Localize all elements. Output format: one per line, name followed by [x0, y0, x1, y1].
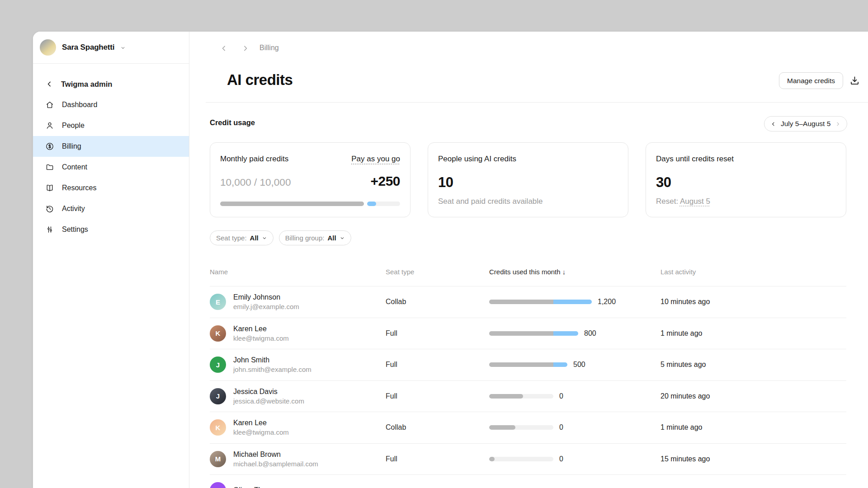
- usage-bar: 0: [489, 392, 563, 400]
- user-email: jessica.d@website.com: [233, 397, 304, 405]
- credits-value: 500: [573, 361, 585, 369]
- sidebar-item-label: People: [62, 122, 85, 130]
- filter-label: Billing group:: [285, 234, 325, 242]
- avatar: K: [210, 325, 226, 342]
- table-header: NameSeat typeCredits used this month ↓La…: [210, 265, 846, 286]
- breadcrumb-forward-button[interactable]: [241, 44, 250, 52]
- last-activity: 10 minutes ago: [660, 298, 710, 306]
- seat-type: Collab: [386, 423, 406, 432]
- chevron-down-icon: [340, 235, 345, 241]
- user-fullname: Michael Brown: [233, 450, 318, 459]
- user-fullname: Oliver Thompson: [233, 486, 288, 488]
- date-range-picker[interactable]: July 5–August 5: [764, 116, 847, 131]
- column-header-seat-type[interactable]: Seat type: [386, 268, 414, 276]
- home-icon: [45, 100, 54, 109]
- sliders-icon: [45, 225, 54, 234]
- user-email: michael.b@samplemail.com: [233, 460, 318, 468]
- sidebar-item-content[interactable]: Content: [33, 157, 189, 178]
- reset-label: Reset:: [656, 197, 680, 206]
- card-subtitle: Seat and paid credits available: [438, 197, 618, 206]
- credits-table: NameSeat typeCredits used this month ↓La…: [210, 265, 846, 488]
- seat-type: Full: [386, 329, 397, 338]
- user-email: klee@twigma.com: [233, 428, 289, 436]
- payg-credits-value: +250: [370, 174, 400, 189]
- sidebar-item-billing[interactable]: Billing: [33, 136, 189, 157]
- date-range-label: July 5–August 5: [781, 120, 830, 128]
- sidebar: Sara Spaghetti Twigma admin DashboardPeo…: [33, 32, 189, 488]
- table-row[interactable]: OOliver Thompson: [210, 474, 846, 488]
- table-row[interactable]: KKaren Leeklee@twigma.comCollab01 minute…: [210, 412, 846, 443]
- card-days-until-reset: Days until credits reset 30 Reset: Augus…: [646, 142, 846, 217]
- credits-value: 0: [559, 423, 563, 432]
- pay-as-you-go-link[interactable]: Pay as you go: [351, 155, 400, 164]
- app-window: Sara Spaghetti Twigma admin DashboardPeo…: [33, 32, 868, 488]
- user-avatar: [40, 39, 56, 56]
- user-fullname: Karen Lee: [233, 419, 289, 427]
- user-name: Sara Spaghetti: [62, 43, 114, 52]
- table-row[interactable]: EEmily Johnsonemily.j@example.comCollab1…: [210, 286, 846, 318]
- date-next-icon[interactable]: [835, 121, 841, 127]
- person-icon: [45, 121, 54, 130]
- chevron-down-icon: [262, 235, 267, 241]
- account-menu[interactable]: Sara Spaghetti: [33, 32, 189, 64]
- avatar: K: [210, 419, 226, 436]
- last-activity: 5 minutes ago: [660, 361, 706, 369]
- sidebar-back[interactable]: Twigma admin: [33, 74, 189, 94]
- main-content: Billing AI credits Manage credits Credit…: [190, 32, 868, 488]
- avatar: J: [210, 388, 226, 404]
- card-title: Days until credits reset: [656, 155, 734, 164]
- chevron-left-icon: [45, 80, 53, 88]
- table-row[interactable]: MMichael Brownmichael.b@samplemail.comFu…: [210, 443, 846, 475]
- avatar: M: [210, 451, 226, 467]
- credits-value: 800: [584, 329, 596, 338]
- table-row[interactable]: JJessica Davisjessica.d@website.comFull0…: [210, 380, 846, 412]
- sidebar-item-people[interactable]: People: [33, 115, 189, 136]
- seat-type: Full: [386, 455, 397, 463]
- days-count: 30: [656, 174, 836, 191]
- manage-credits-button[interactable]: Manage credits: [779, 72, 843, 89]
- table-row[interactable]: JJohn Smithjohn.smith@example.comFull500…: [210, 349, 846, 380]
- user-email: klee@twigma.com: [233, 334, 289, 342]
- avatar: O: [210, 482, 226, 488]
- breadcrumb-back-button[interactable]: [220, 44, 228, 52]
- column-header-last-activity[interactable]: Last activity: [660, 268, 696, 276]
- folder-icon: [45, 163, 54, 172]
- filter-billing-group[interactable]: Billing group:All: [279, 230, 351, 245]
- column-header-name[interactable]: Name: [210, 268, 228, 276]
- usage-bar: 0: [489, 423, 563, 432]
- last-activity: 15 minutes ago: [660, 455, 710, 463]
- user-fullname: Karen Lee: [233, 325, 289, 333]
- usage-bar: 800: [489, 329, 596, 338]
- usage-bar: 0: [489, 455, 563, 463]
- filter-value: All: [250, 234, 259, 242]
- sidebar-item-dashboard[interactable]: Dashboard: [33, 94, 189, 115]
- section-title: Credit usage: [210, 118, 255, 127]
- book-icon: [45, 183, 54, 192]
- table-row[interactable]: KKaren Leeklee@twigma.comFull8001 minute…: [210, 318, 846, 349]
- user-email: emily.j@example.com: [233, 303, 299, 310]
- date-prev-icon[interactable]: [770, 121, 776, 127]
- seat-type: Collab: [386, 298, 406, 306]
- dollar-icon: [45, 142, 54, 151]
- reset-date-link[interactable]: August 5: [680, 197, 710, 206]
- sidebar-item-label: Billing: [62, 142, 81, 150]
- sidebar-item-resources[interactable]: Resources: [33, 178, 189, 198]
- chevron-down-icon: [120, 45, 126, 51]
- people-count: 10: [438, 174, 618, 191]
- stats-cards: Monthly paid credits Pay as you go 10,00…: [210, 142, 846, 217]
- user-fullname: John Smith: [233, 356, 311, 364]
- card-subtitle: Reset: August 5: [656, 197, 836, 206]
- sidebar-item-settings[interactable]: Settings: [33, 219, 189, 240]
- filter-seat-type[interactable]: Seat type:All: [210, 230, 274, 245]
- last-activity: 1 minute ago: [660, 329, 703, 338]
- credits-value: 0: [559, 392, 563, 400]
- user-fullname: Jessica Davis: [233, 388, 304, 396]
- column-header-credits-used-this-month[interactable]: Credits used this month ↓: [489, 268, 566, 276]
- sidebar-item-activity[interactable]: Activity: [33, 198, 189, 219]
- org-title: Twigma admin: [61, 80, 112, 89]
- download-icon[interactable]: [849, 75, 860, 86]
- table-filters: Seat type:AllBilling group:All: [210, 230, 351, 245]
- card-monthly-paid-credits: Monthly paid credits Pay as you go 10,00…: [210, 142, 410, 217]
- credits-progress-bar: [220, 202, 400, 206]
- last-activity: 20 minutes ago: [660, 392, 710, 400]
